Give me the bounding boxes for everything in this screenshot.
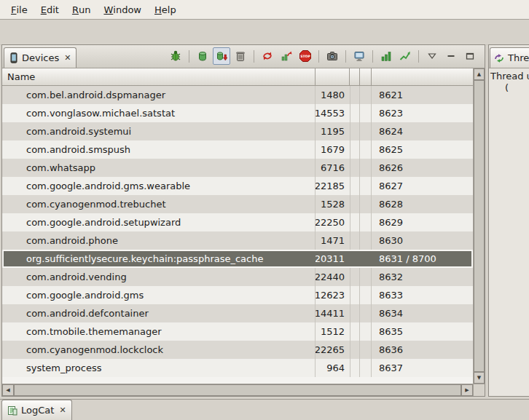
column-header-port[interactable] bbox=[372, 68, 473, 86]
cause-gc-icon[interactable] bbox=[232, 47, 249, 65]
tab-devices-label: Devices bbox=[22, 52, 59, 63]
scroll-left-icon[interactable]: ◀ bbox=[2, 384, 14, 396]
table-row[interactable]: com.google.android.gms.wearable221858627 bbox=[2, 177, 473, 195]
menu-run[interactable]: Run bbox=[66, 0, 98, 19]
debug-status-cell bbox=[350, 140, 360, 159]
start-method-profiling-icon[interactable] bbox=[278, 47, 295, 65]
vertical-scrollbar[interactable]: ▲ ▼ bbox=[473, 68, 485, 384]
device-table-body: com.bel.android.dspmanager14808621com.vo… bbox=[2, 86, 473, 384]
table-row[interactable]: com.whatsapp67168626 bbox=[2, 159, 473, 177]
tab-logcat-label: LogCat bbox=[21, 405, 54, 416]
devices-view-header: Devices ✕ bbox=[2, 45, 485, 68]
debug-process-icon[interactable] bbox=[167, 47, 184, 65]
close-icon[interactable]: ✕ bbox=[64, 53, 71, 63]
process-pid: 20311 bbox=[316, 250, 350, 268]
bar-chart-icon[interactable] bbox=[377, 47, 395, 65]
minimize-icon[interactable] bbox=[442, 47, 460, 65]
table-row[interactable]: org.sufficientlysecure.keychain:passphra… bbox=[2, 250, 473, 268]
menu-file[interactable]: File bbox=[4, 0, 34, 19]
vertical-scroll-thumb[interactable] bbox=[474, 80, 485, 372]
process-name: com.cyanogenmod.lockclock bbox=[2, 341, 316, 359]
horizontal-scroll-thumb[interactable] bbox=[14, 384, 461, 396]
table-row[interactable]: com.cyanogenmod.lockclock222658636 bbox=[2, 341, 473, 359]
debug-status-cell bbox=[350, 268, 360, 286]
dump-hprof-icon[interactable] bbox=[213, 47, 230, 65]
process-port: 8623 bbox=[372, 104, 473, 122]
horizontal-scrollbar[interactable]: ◀ ▶ bbox=[2, 384, 473, 396]
process-port: 8636 bbox=[372, 341, 473, 359]
process-name: com.google.android.setupwizard bbox=[2, 213, 316, 231]
spacer-cell bbox=[360, 122, 372, 140]
table-row[interactable]: system_process9648637 bbox=[2, 359, 473, 377]
table-row[interactable]: com.android.vending224408632 bbox=[2, 268, 473, 286]
table-row[interactable]: com.google.android.setupwizard222508629 bbox=[2, 213, 473, 231]
column-header-debug[interactable] bbox=[350, 68, 360, 86]
logcat-icon bbox=[7, 405, 17, 416]
process-pid: 22185 bbox=[316, 177, 350, 195]
screen-capture-icon[interactable] bbox=[324, 47, 341, 65]
update-threads-icon[interactable] bbox=[259, 47, 276, 65]
process-port: 8629 bbox=[372, 213, 473, 231]
close-icon[interactable]: ✕ bbox=[59, 405, 66, 415]
process-port: 8628 bbox=[372, 195, 473, 213]
process-pid: 22250 bbox=[316, 213, 350, 231]
table-row[interactable]: com.android.defcontainer144118634 bbox=[2, 304, 473, 322]
menu-window[interactable]: Window bbox=[97, 0, 148, 19]
view-menu-icon[interactable] bbox=[423, 47, 441, 65]
table-row[interactable]: com.bel.android.dspmanager14808621 bbox=[2, 86, 473, 104]
process-port: 8637 bbox=[372, 359, 473, 377]
maximize-icon[interactable] bbox=[461, 47, 479, 65]
table-row[interactable]: com.android.smspush16798625 bbox=[2, 140, 473, 159]
column-header-spacer[interactable] bbox=[360, 68, 372, 86]
device-table-header: Name bbox=[2, 68, 473, 86]
process-pid: 22265 bbox=[316, 341, 350, 359]
line-chart-icon[interactable] bbox=[396, 47, 414, 65]
toolbar-separator bbox=[318, 50, 319, 63]
update-heap-icon[interactable] bbox=[194, 47, 211, 65]
debug-status-cell bbox=[350, 231, 360, 250]
devices-toolbar: STOP bbox=[167, 47, 485, 68]
process-name: com.android.smspush bbox=[2, 140, 316, 159]
column-header-pid[interactable] bbox=[316, 68, 350, 86]
process-pid: 22440 bbox=[316, 268, 350, 286]
process-port: 8627 bbox=[372, 177, 473, 195]
scroll-right-icon[interactable]: ▶ bbox=[461, 384, 473, 396]
table-row[interactable]: com.android.systemui11958624 bbox=[2, 122, 473, 140]
table-row[interactable]: com.cyanogenmod.trebuchet15288628 bbox=[2, 195, 473, 213]
process-port: 8625 bbox=[372, 140, 473, 159]
table-row[interactable]: com.google.android.gms126238633 bbox=[2, 286, 473, 304]
menu-help[interactable]: Help bbox=[148, 0, 183, 19]
spacer-cell bbox=[360, 286, 372, 304]
process-name: com.tmobile.thememanager bbox=[2, 322, 316, 341]
debug-status-cell bbox=[350, 177, 360, 195]
process-name: com.android.phone bbox=[2, 231, 316, 250]
toolbar-separator bbox=[254, 50, 254, 63]
process-pid: 1679 bbox=[316, 140, 350, 159]
system-info-icon[interactable] bbox=[350, 47, 368, 65]
scroll-up-icon[interactable]: ▲ bbox=[474, 68, 485, 80]
debug-status-cell bbox=[350, 250, 360, 268]
tab-devices[interactable]: Devices ✕ bbox=[4, 47, 77, 68]
threads-message: Thread up ( bbox=[489, 68, 529, 396]
table-row[interactable]: com.android.phone14718630 bbox=[2, 231, 473, 250]
process-port: 8633 bbox=[372, 286, 473, 304]
scroll-down-icon[interactable]: ▼ bbox=[474, 372, 485, 384]
process-pid: 1480 bbox=[316, 86, 350, 104]
process-name: com.vonglasow.michael.satstat bbox=[2, 104, 316, 122]
process-pid: 964 bbox=[316, 359, 350, 377]
table-row[interactable]: com.tmobile.thememanager15128635 bbox=[2, 322, 473, 341]
spacer-cell bbox=[360, 104, 372, 122]
column-header-name[interactable]: Name bbox=[2, 68, 316, 86]
process-port: 8634 bbox=[372, 304, 473, 322]
debug-status-cell bbox=[350, 159, 360, 177]
spacer-cell bbox=[360, 159, 372, 177]
tab-threads[interactable]: Threads bbox=[490, 47, 529, 68]
debug-status-cell bbox=[350, 122, 360, 140]
menu-edit[interactable]: Edit bbox=[34, 0, 66, 19]
debug-status-cell bbox=[350, 322, 360, 341]
process-port: 8621 bbox=[372, 86, 473, 104]
table-row[interactable]: com.vonglasow.michael.satstat145538623 bbox=[2, 104, 473, 122]
toolbar-separator bbox=[418, 50, 419, 63]
stop-process-icon[interactable]: STOP bbox=[297, 47, 314, 65]
tab-logcat[interactable]: LogCat ✕ bbox=[1, 400, 72, 420]
